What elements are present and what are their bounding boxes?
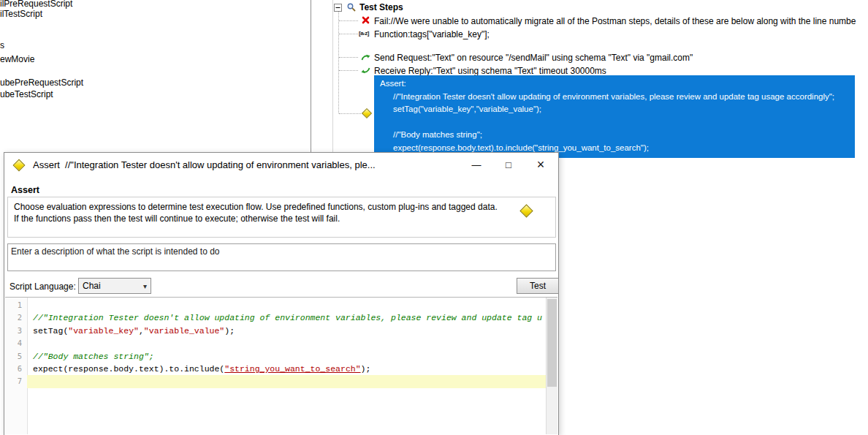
line-number: 6	[5, 363, 27, 375]
script-description-input[interactable]: Enter a description of what the script i…	[7, 243, 556, 271]
code-text: );	[224, 326, 235, 336]
code-text: setTag(	[33, 326, 68, 336]
line-number: 7	[5, 375, 27, 387]
fail-step-icon	[362, 16, 372, 26]
code-text: );	[361, 364, 371, 374]
function-step[interactable]: Function:tags["variable_key"];	[374, 29, 868, 40]
script-language-select[interactable]: Chai ▾	[78, 278, 151, 294]
code-line: 3 setTag("variable_key","variable_value"…	[5, 325, 547, 337]
assert-dialog: Assert //"Integration Tester doesn't all…	[4, 152, 559, 435]
code-string: "variable_value"	[144, 326, 224, 336]
test-suite-icon	[346, 2, 357, 12]
tree-connector	[339, 34, 358, 34]
description-text: Choose evaluation expressions to determi…	[14, 202, 498, 212]
code-text: expect(response.body.text).to.include(	[33, 364, 224, 374]
tree-connector	[339, 57, 358, 58]
tree-item[interactable]: ewMovie	[0, 54, 34, 65]
line-number: 5	[5, 350, 27, 363]
tree-item[interactable]: ilTestScript	[0, 9, 42, 20]
code-text: ,	[139, 326, 144, 336]
maximize-button[interactable]: □	[492, 153, 525, 177]
chevron-down-icon: ▾	[143, 282, 147, 290]
code-editor[interactable]: 1 2 //"Integration Tester doesn't allow …	[5, 297, 557, 434]
code-line: 5 //"Body matches string";	[5, 350, 547, 363]
assert-line: //"Body matches string";	[378, 129, 850, 142]
line-number: 3	[5, 325, 27, 337]
description-groupbox: Choose evaluation expressions to determi…	[7, 197, 556, 238]
receive-reply-icon	[361, 66, 371, 76]
script-language-value: Chai	[83, 281, 101, 291]
code-line: 2 //"Integration Tester doesn't allow up…	[5, 311, 547, 324]
assert-line: Assert:	[378, 77, 850, 91]
code-string: "string_you_want_to_search"	[224, 364, 360, 374]
tree-connector	[339, 20, 358, 21]
scrollbar-thumb[interactable]	[547, 299, 557, 387]
dialog-heading: Assert	[11, 185, 39, 195]
panel-splitter[interactable]	[311, 0, 311, 152]
application-window: ilPreRequestScript ilTestScript s ewMovi…	[0, 0, 868, 435]
collapse-toggle[interactable]	[334, 4, 342, 12]
send-request-label: Send Request:"Text" on resource "/sendMa…	[374, 53, 693, 63]
close-button[interactable]: ×	[525, 153, 557, 177]
code-line-current: 7	[5, 375, 547, 387]
send-request-step[interactable]: Send Request:"Text" on resource "/sendMa…	[374, 52, 868, 64]
line-number: 4	[5, 337, 27, 349]
assert-icon	[13, 159, 26, 171]
code-line: 6 expect(response.body.text).to.include(…	[5, 363, 547, 375]
assert-line: setTag("variable_key","variable_value");	[378, 103, 850, 116]
tree-item[interactable]: ubePreRequestScript	[0, 77, 83, 88]
code-comment: //"Integration Tester doesn't allow upda…	[33, 313, 542, 322]
tree-connector	[338, 12, 339, 113]
receive-reply-label: Receive Reply:"Text" using schema "Text"…	[374, 66, 606, 76]
assert-line: //"Integration Tester doesn't allow upda…	[378, 91, 850, 104]
tree-item[interactable]: s	[0, 40, 4, 51]
panel-border	[332, 0, 333, 152]
line-number: 1	[5, 299, 27, 311]
code-comment: //"Body matches string";	[33, 352, 154, 361]
assert-step-selected[interactable]: Assert: //"Integration Tester doesn't al…	[374, 75, 855, 158]
fail-step-label: Fail://We were unable to automatically m…	[374, 16, 856, 26]
description-text: If the functions pass then the test will…	[14, 213, 340, 224]
assert-icon	[519, 204, 533, 217]
code-string: "variable_key"	[68, 326, 139, 336]
dialog-titlebar[interactable]: Assert //"Integration Tester doesn't all…	[4, 153, 558, 177]
send-request-icon	[361, 53, 371, 63]
dialog-title: Assert //"Integration Tester doesn't all…	[33, 159, 460, 170]
function-step-label: Function:tags["variable_key"];	[374, 29, 490, 39]
code-line: 1	[5, 299, 547, 311]
assert-line	[378, 116, 850, 129]
assert-step-icon	[362, 108, 372, 118]
editor-scrollbar[interactable]	[546, 298, 557, 434]
tree-item[interactable]: ubeTestScript	[0, 89, 53, 100]
test-steps-root-label[interactable]: Test Steps	[359, 2, 403, 12]
function-step-icon: [a-z]	[359, 30, 369, 37]
script-language-label: Script Language:	[9, 281, 76, 292]
fail-step[interactable]: Fail://We were unable to automatically m…	[374, 15, 868, 27]
code-line: 4	[5, 337, 547, 349]
line-number: 2	[5, 311, 27, 324]
code-lines: 1 2 //"Integration Tester doesn't allow …	[5, 299, 547, 388]
test-button[interactable]: Test	[517, 278, 559, 294]
tree-connector	[339, 113, 361, 114]
minimize-button[interactable]: —	[460, 153, 492, 177]
tree-connector	[339, 70, 358, 71]
